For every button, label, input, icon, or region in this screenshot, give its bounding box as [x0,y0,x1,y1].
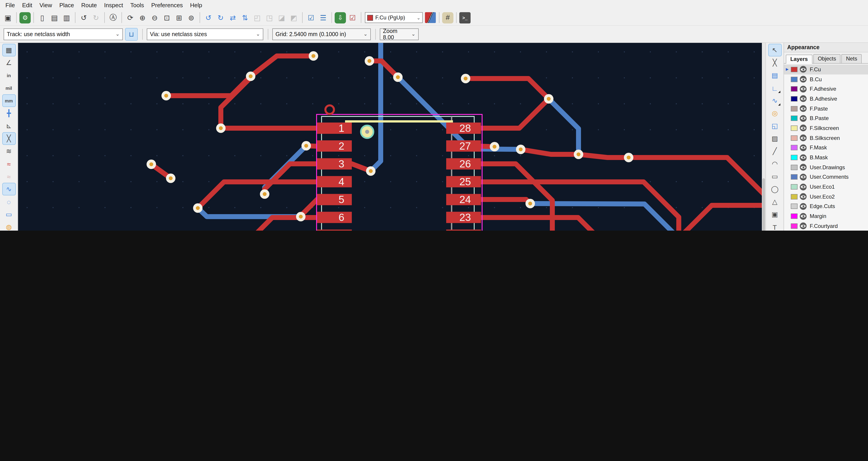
layer-color-swatch[interactable] [791,76,798,82]
zoom-selector[interactable]: Zoom 8.00⌄ [380,28,418,40]
layer-visibility-eye-icon[interactable] [800,203,807,210]
add-image-button[interactable]: ▣ [768,208,781,220]
zoom-to-selection-button[interactable]: ⊚ [186,12,197,23]
User.Drawings[interactable]: ▶ User.Drawings [784,162,868,172]
find-button[interactable]: Ⓐ [107,12,119,23]
polar-coordinates-button[interactable]: ∠ [2,57,15,69]
Edge.Cuts[interactable]: ▶ Edge.Cuts [784,201,868,211]
layer-color-swatch[interactable] [791,164,798,170]
units-mm-button[interactable]: mm [2,95,15,106]
update-pcb-from-schematic-button[interactable]: ⇩ [335,12,346,23]
plot-button[interactable]: ▥ [61,12,72,23]
draw-circle-button[interactable]: ◯ [768,183,781,195]
selected-via[interactable] [361,126,373,138]
vertical-scrollbar[interactable] [762,43,766,231]
B.Silkscreen[interactable]: ▶ B.Silkscreen [784,133,868,143]
layer-visibility-eye-icon[interactable] [800,105,807,112]
pcb-board-view[interactable]: 1234567891011121314282726252423222120191… [18,43,762,231]
toggle-grid-button[interactable]: ▦ [2,44,15,56]
layer-visibility-eye-icon[interactable] [800,144,807,151]
units-mils-button[interactable]: mil [2,82,15,94]
layer-color-swatch[interactable] [791,145,798,151]
pad-2[interactable] [317,140,352,152]
zoom-to-objects-button[interactable]: ⊞ [174,12,185,23]
layer-visibility-eye-icon[interactable] [800,184,807,190]
pcb-canvas[interactable]: 1234567891011121314282726252423222120191… [18,43,762,231]
units-inches-button[interactable]: in [2,69,15,81]
zoom-out-button[interactable]: ⊖ [149,12,160,23]
layer-visibility-eye-icon[interactable] [800,223,807,229]
layer-visibility-eye-icon[interactable] [800,154,807,161]
layer-color-swatch[interactable] [791,67,798,72]
group-button[interactable]: ◰ [252,12,263,23]
unlock-button[interactable]: ◩ [288,12,300,23]
flip-horizontal-button[interactable]: ⇄ [227,12,239,23]
pad-4[interactable] [317,176,352,187]
layer-color-swatch[interactable] [791,106,798,111]
layer-visibility-eye-icon[interactable] [800,213,807,220]
ungroup-button[interactable]: ◳ [264,12,275,23]
zoom-fit-button[interactable]: ⊡ [161,12,173,23]
layer-color-swatch[interactable] [791,86,798,92]
F.Silkscreen[interactable]: ▶ F.Silkscreen [784,123,868,133]
layer-visibility-eye-icon[interactable] [800,134,807,141]
undo-button[interactable]: ↺ [78,12,89,23]
ratsnest-lines-button[interactable]: ⊾ [2,120,15,132]
draw-rectangle-button[interactable]: ▭ [768,171,781,182]
auto-track-width-toggle[interactable]: ⊔ [126,28,137,40]
layer-visibility-eye-icon[interactable] [800,125,807,132]
sketch-vias-button[interactable]: ◌ [2,196,15,207]
appearance-tab[interactable]: Layers [786,55,812,64]
F.Cu[interactable]: ▶ F.Cu [784,65,868,74]
draw-polygon-button[interactable]: △ [768,196,781,207]
layer-color-swatch[interactable] [791,204,798,209]
User.Eco1[interactable]: ▶ User.Eco1 [784,182,868,192]
flip-vertical-button[interactable]: ⇅ [239,12,251,23]
dim-nets-button[interactable]: ≈ [2,171,15,182]
curved-tracks-button[interactable]: ≋ [2,145,15,157]
layer-color-swatch[interactable] [791,126,798,131]
route-tracks-button[interactable]: ∟ [768,82,781,94]
vertical-scrollbar-thumb[interactable] [762,178,765,231]
F.Mask[interactable]: ▶ F.Mask [784,143,868,153]
pad-3[interactable] [317,158,352,169]
add-zone-button[interactable]: ◱ [768,120,781,132]
layer-visibility-eye-icon[interactable] [800,174,807,180]
menu-item[interactable]: File [2,1,19,9]
draw-line-button[interactable]: ╱ [768,145,781,157]
footprint-checker-button[interactable]: ☑ [305,12,317,23]
layer-visibility-eye-icon[interactable] [800,95,807,102]
design-rules-check-button[interactable]: ☑ [347,12,358,23]
active-layer-selector[interactable]: F.Cu (PgUp) ⌄ [365,12,423,23]
menu-item[interactable]: Route [78,1,100,9]
track-width-selector[interactable]: Track: use netclass width⌄ [4,28,123,40]
layer-color-swatch[interactable] [791,223,798,229]
grid-selector[interactable]: Grid: 2.5400 mm (0.1000 in)⌄ [272,28,371,40]
layer-color-swatch[interactable] [791,184,798,190]
B.Paste[interactable]: ▶ B.Paste [784,113,868,123]
User.Eco2[interactable]: ▶ User.Eco2 [784,192,868,201]
layer-color-swatch[interactable] [791,135,798,140]
B.Mask[interactable]: ▶ B.Mask [784,153,868,162]
rotate-cw-button[interactable]: ↻ [215,12,226,23]
menu-item[interactable]: Help [187,1,206,9]
page-settings-button[interactable]: ▯ [37,12,48,23]
lock-button[interactable]: ◪ [276,12,287,23]
B.Adhesive[interactable]: ▶ B.Adhesive [784,94,868,104]
via-size-selector[interactable]: Via: use netclass sizes⌄ [147,28,263,40]
layer-color-swatch[interactable] [791,213,798,219]
layer-color-swatch[interactable] [791,155,798,160]
appearance-tab[interactable]: Nets [842,54,862,63]
crosshair-style-button[interactable]: ╋ [2,107,15,119]
scripting-console-button[interactable]: >_ [459,12,471,23]
add-text-button[interactable]: T [768,221,781,231]
curved-ratsnest-button[interactable]: ╳ [2,133,15,144]
layer-visibility-eye-icon[interactable] [800,86,807,92]
redo-button[interactable]: ↻ [90,12,102,23]
library-browser-button[interactable]: ☰ [317,12,329,23]
layer-color-swatch[interactable] [791,174,798,180]
menu-item[interactable]: Inspect [100,1,127,9]
menu-item[interactable]: Preferences [148,1,187,9]
zoom-in-button[interactable]: ⊕ [137,12,148,23]
print-button[interactable]: ▤ [49,12,60,23]
